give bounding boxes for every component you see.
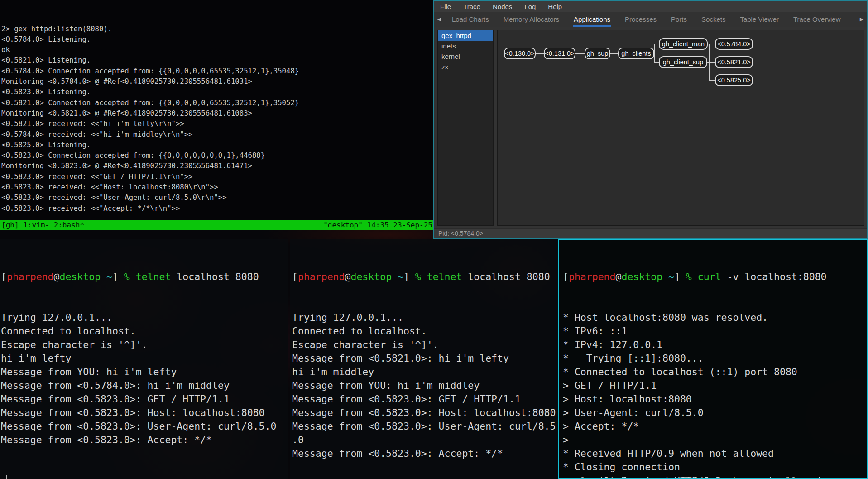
terminal-line: > GET / HTTP/1.1 [563,379,867,392]
tab-load-charts[interactable]: Load Charts [451,12,490,27]
terminal-line: <0.5784.0> Listening. [1,34,434,45]
app-list-item-kernel[interactable]: kernel [438,51,493,62]
prompt-at: @ [345,271,351,282]
prompt-dir: ~ [101,271,112,282]
tree-node-pid-5821[interactable]: <0.5821.0> [715,56,753,68]
terminal-line: Connected to localhost. [1,324,288,338]
tab-applications[interactable]: Applications [573,12,611,27]
tab-sockets[interactable]: Sockets [700,12,726,27]
menu-nodes[interactable]: Nodes [493,3,512,10]
prompt-command: % curl [686,271,721,282]
app-list-item-zx[interactable]: zx [438,62,493,72]
tree-node-gh_client_man[interactable]: gh_client_man [659,38,708,50]
terminal-line: * Closing connection [563,460,867,474]
terminal-pane-telnet-middley[interactable]: [pharpend@desktop ~] % telnet localhost … [290,239,558,479]
tree-connector [610,53,618,54]
terminal-line: > User-Agent: curl/8.5.0 [563,406,867,420]
prompt-command: % telnet [415,271,462,282]
terminal-line: Message from YOU: hi i'm lefty [1,365,288,379]
menu-log[interactable]: Log [524,3,536,10]
tree-node-pid-5784[interactable]: <0.5784.0> [715,38,753,50]
prompt-host: desktop [621,271,662,282]
prompt-args: localhost 8080 [462,271,550,282]
terminal-line: ok [1,45,434,55]
terminal-line: <0.5823.0> received: <<"User-Agent: curl… [1,193,434,203]
erlang-shell-terminal[interactable]: 2> gex_httpd:listen(8080).<0.5784.0> Lis… [0,0,434,220]
prompt-bracket-close: ] [674,271,686,282]
prompt-bracket: [ [292,271,298,282]
observer-tabbar: ◀ Load Charts Memory Allocators Applicat… [434,12,867,27]
app-list-item-gex_httpd[interactable]: gex_httpd [438,30,493,41]
terminal-line: * Connected to localhost (::1) port 8080 [563,365,867,379]
cursor-line [1,474,288,479]
prompt-host: desktop [59,271,101,282]
tree-connector [709,44,715,44]
terminal-line: <0.5823.0> received: <<"GET / HTTP/1.1\r… [1,172,434,182]
prompt-args: -v localhost:8080 [721,271,827,282]
terminal-line: <0.5821.0> Connection accepted from: {{0… [1,98,434,108]
tab-trace-overview[interactable]: Trace Overview [792,12,841,27]
menu-help[interactable]: Help [548,3,562,10]
tree-node-gh_clients[interactable]: gh_clients [618,48,654,59]
terminal-line: <0.5823.0> received: <<"Host: localhost:… [1,182,434,193]
terminal-output: Trying 127.0.0.1...Connected to localhos… [1,311,288,447]
app-list-item-inets[interactable]: inets [438,41,493,51]
terminal-line: Escape character is '^]'. [1,338,288,352]
sidebar-splitter[interactable] [494,30,497,226]
menu-file[interactable]: File [440,3,451,10]
terminal-pane-curl[interactable]: [pharpend@desktop ~] % curl -v localhost… [558,239,868,479]
menu-trace[interactable]: Trace [463,3,480,10]
tree-connector [536,53,544,54]
observer-menubar: File Trace Nodes Log Help [434,1,867,12]
tree-node-gh_sup[interactable]: gh_sup [585,48,610,59]
tab-processes[interactable]: Processes [624,12,657,27]
prompt-user: pharpend [7,271,54,282]
prompt-at: @ [54,271,60,282]
tree-node-gh_client_sup[interactable]: gh_client_sup [659,56,707,68]
shell-prompt-line: [pharpend@desktop ~] % telnet localhost … [1,270,288,284]
prompt-bracket-close: ] [403,271,415,282]
prompt-user: pharpend [569,271,616,282]
terminal-line: Escape character is '^]'. [292,338,558,352]
prompt-bracket: [ [563,271,569,282]
tree-node-pid-131[interactable]: <0.131.0> [544,48,575,59]
terminal-line: Message from <0.5823.0>: GET / HTTP/1.1 [1,392,288,406]
terminal-line: <0.5825.0> Listening. [1,140,434,150]
tree-connector [575,53,585,54]
terminal-line: Monitoring <0.5823.0> @ #Ref<0.418902573… [1,161,434,171]
terminal-line: Message from <0.5823.0>: User-Agent: cur… [1,420,288,433]
terminal-line: > Host: localhost:8080 [563,392,867,406]
prompt-dir: ~ [392,271,403,282]
shell-prompt-line: [pharpend@desktop ~] % curl -v localhost… [563,270,867,284]
terminal-line: * IPv4: 127.0.0.1 [563,338,867,352]
terminal-output: Trying 127.0.0.1...Connected to localhos… [292,311,558,460]
prompt-bracket: [ [1,271,7,282]
terminal-line: hi i'm middley [292,365,558,379]
prompt-host: desktop [350,271,392,282]
terminal-line: <0.5821.0> Listening. [1,55,434,66]
observer-window: File Trace Nodes Log Help ◀ Load Charts … [433,0,868,239]
tree-connector [654,44,655,63]
terminal-pane-telnet-lefty[interactable]: [pharpend@desktop ~] % telnet localhost … [0,239,288,479]
tree-node-pid-5825[interactable]: <0.5825.0> [715,74,753,86]
terminal-line: Monitoring <0.5821.0> @ #Ref<0.418902573… [1,108,434,119]
tab-memory-allocators[interactable]: Memory Allocators [503,12,560,27]
terminal-line: Trying 127.0.0.1... [1,311,288,324]
tree-connector [709,80,715,81]
terminal-line: <0.5821.0> received: <<"hi i'm lefty\r\n… [1,119,434,129]
prompt-at: @ [616,271,622,282]
tab-table-viewer[interactable]: Table Viewer [739,12,780,27]
supervision-tree-canvas: <0.130.0> <0.131.0> gh_sup gh_clients gh… [497,30,864,226]
tree-node-pid-130[interactable]: <0.130.0> [504,48,536,59]
prompt-args: localhost 8080 [171,271,259,282]
tab-ports[interactable]: Ports [670,12,688,27]
observer-applications-view: gex_httpd inets kernel zx <0.130.0> <0.1… [435,27,867,228]
selected-pid-status: Pid: <0.5784.0> [438,230,483,237]
terminal-line: Connected to localhost. [292,324,558,338]
prompt-command: % telnet [124,271,171,282]
terminal-output: * Host localhost:8080 was resolved.* IPv… [563,311,867,479]
terminal-line: Trying 127.0.0.1... [292,311,558,324]
tmux-host-clock: "desktop" 14:35 23-Sep-25 [323,220,432,230]
tab-scroll-left-icon[interactable]: ◀ [434,12,445,27]
tab-scroll-right-icon[interactable]: ▶ [856,12,867,27]
